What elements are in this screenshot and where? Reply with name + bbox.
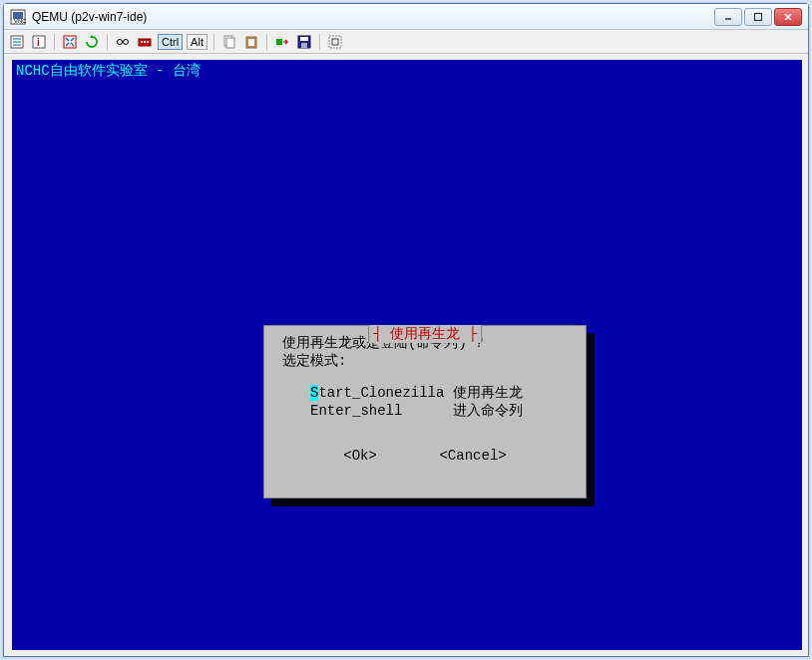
svg-rect-21 (226, 38, 234, 48)
dialog-title: ┤ 使用再生龙 ├ (368, 325, 482, 343)
info-icon[interactable]: i (30, 33, 48, 51)
svg-rect-29 (332, 39, 338, 45)
clipboard-paste-icon[interactable] (242, 33, 260, 51)
separator (107, 34, 108, 50)
window-controls (714, 8, 802, 26)
options-icon[interactable] (8, 33, 26, 51)
separator (54, 34, 55, 50)
svg-text:VNC: VNC (14, 18, 26, 24)
close-button[interactable] (774, 8, 802, 26)
minimize-button[interactable] (714, 8, 742, 26)
svg-rect-26 (300, 37, 308, 41)
separator (213, 34, 214, 50)
svg-rect-24 (276, 39, 282, 45)
dialog-line2: 选定模式: (282, 352, 568, 370)
toolbar: i Ctrl Alt (4, 30, 808, 54)
maximize-button[interactable] (744, 8, 772, 26)
scale-icon[interactable] (326, 33, 344, 51)
svg-rect-27 (301, 43, 307, 48)
dialog-buttons: <Ok> <Cancel> (282, 448, 568, 464)
transfer-icon[interactable] (273, 33, 291, 51)
svg-rect-23 (248, 39, 254, 46)
save-icon[interactable] (295, 33, 313, 51)
alt-toggle[interactable]: Alt (187, 34, 207, 50)
menu-item-start-clonezilla[interactable]: Start_Clonezilla 使用再生龙 (310, 384, 568, 402)
refresh-icon[interactable] (83, 33, 101, 51)
svg-rect-18 (144, 41, 146, 43)
separator (266, 34, 267, 50)
clipboard-copy-icon[interactable] (220, 33, 238, 51)
send-keys-icon[interactable] (136, 33, 154, 51)
separator (319, 34, 320, 50)
ok-button[interactable]: <Ok> (343, 448, 377, 464)
svg-rect-19 (147, 41, 149, 43)
app-icon: VNC (10, 9, 26, 25)
svg-rect-4 (755, 13, 762, 20)
dialog-menu: Start_Clonezilla 使用再生龙 Enter_shell 进入命令列 (310, 384, 568, 420)
terminal-area[interactable]: NCHC自由软件实验室 - 台湾 ┤ 使用再生龙 ├ 使用再生龙或是登陆(命令列… (12, 60, 802, 650)
qemu-window: VNC QEMU (p2v-win7-ide) i Ctrl Alt NCHC自… (3, 3, 809, 657)
svg-rect-13 (64, 36, 76, 48)
cancel-button[interactable]: <Cancel> (439, 448, 506, 464)
svg-rect-28 (329, 36, 341, 48)
dialog-body: 使用再生龙或是登陆(命令列) ? 选定模式: Start_Clonezilla … (264, 326, 586, 472)
ctrl-alt-del-icon[interactable] (114, 33, 132, 51)
clonezilla-dialog: ┤ 使用再生龙 ├ 使用再生龙或是登陆(命令列) ? 选定模式: Start_C… (263, 325, 587, 498)
fullscreen-icon[interactable] (61, 33, 79, 51)
svg-point-14 (118, 39, 123, 44)
svg-rect-17 (141, 41, 143, 43)
svg-point-15 (124, 39, 129, 44)
menu-item-enter-shell[interactable]: Enter_shell 进入命令列 (310, 402, 568, 420)
ctrl-toggle[interactable]: Ctrl (158, 34, 183, 50)
window-title: QEMU (p2v-win7-ide) (32, 10, 714, 24)
svg-text:i: i (37, 37, 40, 48)
titlebar: VNC QEMU (p2v-win7-ide) (4, 4, 808, 30)
terminal-header: NCHC自由软件实验室 - 台湾 (12, 60, 802, 82)
